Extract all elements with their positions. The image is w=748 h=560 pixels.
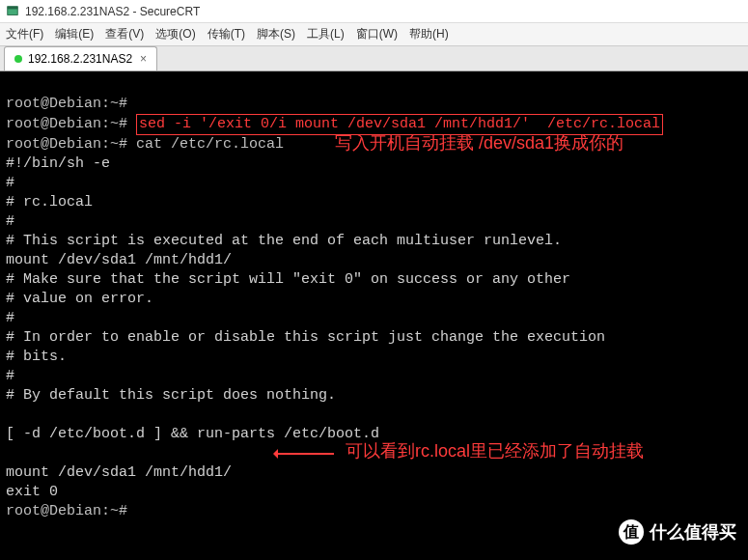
terminal-line: # rc.local bbox=[6, 194, 93, 210]
tab-label: 192.168.2.231NAS2 bbox=[28, 52, 132, 66]
close-icon[interactable]: × bbox=[140, 52, 147, 66]
highlighted-command: sed -i '/exit 0/i mount /dev/sda1 /mnt/h… bbox=[136, 114, 663, 135]
watermark-text: 什么值得买 bbox=[650, 522, 736, 542]
menu-file[interactable]: 文件(F) bbox=[6, 26, 43, 42]
terminal-line: # bbox=[6, 368, 14, 384]
menu-view[interactable]: 查看(V) bbox=[105, 26, 144, 42]
terminal-line: # bbox=[6, 175, 14, 191]
tabbar: 192.168.2.231NAS2 × bbox=[0, 46, 748, 71]
terminal-line: # bbox=[6, 213, 14, 230]
menu-tools[interactable]: 工具(L) bbox=[307, 26, 345, 42]
terminal-line: # Make sure that the script will "exit 0… bbox=[6, 271, 570, 288]
terminal-line: mount /dev/sda1 /mnt/hdd1/ bbox=[6, 252, 232, 268]
menu-options[interactable]: 选项(O) bbox=[155, 26, 195, 42]
annotation-top: 写入开机自动挂载 /dev/sda1换成你的 bbox=[335, 133, 623, 153]
menu-edit[interactable]: 编辑(E) bbox=[55, 26, 94, 42]
terminal-line: # By default this script does nothing. bbox=[6, 387, 336, 404]
annotation-bottom: 可以看到rc.local里已经添加了自动挂载 bbox=[346, 441, 644, 461]
terminal-line: exit 0 bbox=[6, 484, 58, 500]
titlebar: 192.168.2.231NAS2 - SecureCRT bbox=[0, 0, 748, 23]
terminal[interactable]: root@Debian:~# root@Debian:~# sed -i '/e… bbox=[0, 71, 748, 560]
terminal-line: # bits. bbox=[6, 349, 67, 365]
terminal-line: root@Debian:~# cat /etc/rc.local bbox=[6, 136, 284, 153]
session-tab[interactable]: 192.168.2.231NAS2 × bbox=[4, 46, 157, 70]
terminal-prompt: root@Debian:~# bbox=[6, 116, 136, 132]
arrow-icon bbox=[276, 453, 334, 455]
terminal-line: # bbox=[6, 310, 14, 326]
watermark: 值 什么值得买 bbox=[619, 519, 736, 545]
terminal-line: mount /dev/sda1 /mnt/hdd1/ bbox=[6, 464, 232, 481]
window-title: 192.168.2.231NAS2 - SecureCRT bbox=[25, 5, 200, 18]
checkmark-icon bbox=[14, 55, 22, 63]
menu-help[interactable]: 帮助(H) bbox=[409, 26, 449, 42]
terminal-line: [ -d /etc/boot.d ] && run-parts /etc/boo… bbox=[6, 426, 379, 442]
terminal-line: # This script is executed at the end of … bbox=[6, 233, 562, 249]
menu-window[interactable]: 窗口(W) bbox=[356, 26, 398, 42]
app-icon bbox=[6, 5, 19, 18]
menu-script[interactable]: 脚本(S) bbox=[257, 26, 295, 42]
terminal-line: root@Debian:~# bbox=[6, 503, 136, 519]
terminal-line: # value on error. bbox=[6, 291, 153, 307]
svg-rect-1 bbox=[8, 6, 18, 9]
menu-transfer[interactable]: 传输(T) bbox=[208, 26, 245, 42]
terminal-line: #!/bin/sh -e bbox=[6, 155, 110, 172]
terminal-line: root@Debian:~# bbox=[6, 96, 136, 112]
menubar: 文件(F) 编辑(E) 查看(V) 选项(O) 传输(T) 脚本(S) 工具(L… bbox=[0, 23, 748, 46]
terminal-line: # In order to enable or disable this scr… bbox=[6, 329, 605, 346]
watermark-icon: 值 bbox=[619, 519, 644, 545]
